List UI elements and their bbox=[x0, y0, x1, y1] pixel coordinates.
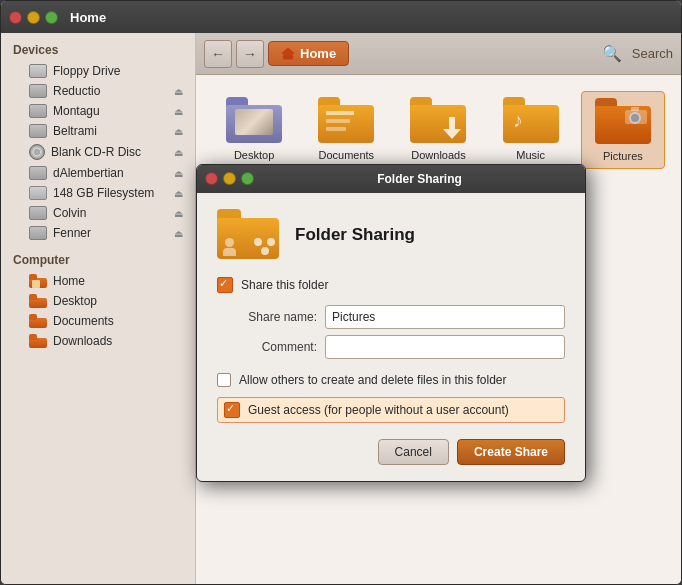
share-this-folder-row: Share this folder bbox=[217, 277, 565, 293]
guest-access-checkbox[interactable] bbox=[224, 402, 240, 418]
create-share-button[interactable]: Create Share bbox=[457, 439, 565, 465]
share-this-folder-label: Share this folder bbox=[241, 278, 328, 292]
share-this-folder-checkbox[interactable] bbox=[217, 277, 233, 293]
dialog-minimize-button[interactable] bbox=[223, 172, 236, 185]
dialog-window-controls bbox=[205, 172, 254, 185]
main-window: Home Devices Floppy Drive Reductio ⏏ Mon… bbox=[0, 0, 682, 585]
share-name-input[interactable] bbox=[325, 305, 565, 329]
allow-others-label: Allow others to create and delete files … bbox=[239, 373, 506, 387]
allow-others-row: Allow others to create and delete files … bbox=[217, 371, 565, 389]
dialog-body: Folder Sharing Share this folder Share n… bbox=[197, 193, 585, 481]
dialog-buttons: Cancel Create Share bbox=[217, 439, 565, 465]
dialog-title: Folder Sharing bbox=[262, 172, 577, 186]
comment-label: Comment: bbox=[217, 340, 317, 354]
share-name-label: Share name: bbox=[217, 310, 317, 324]
dialog-heading: Folder Sharing bbox=[295, 225, 415, 245]
comment-input[interactable] bbox=[325, 335, 565, 359]
allow-others-checkbox[interactable] bbox=[217, 373, 231, 387]
dialog-close-button[interactable] bbox=[205, 172, 218, 185]
dialog-maximize-button[interactable] bbox=[241, 172, 254, 185]
guest-access-row: Guest access (for people without a user … bbox=[217, 397, 565, 423]
dialog-overlay: Folder Sharing bbox=[1, 1, 681, 584]
folder-sharing-dialog: Folder Sharing bbox=[196, 164, 586, 482]
cancel-button[interactable]: Cancel bbox=[378, 439, 449, 465]
dialog-folder-icon bbox=[217, 209, 279, 261]
form-grid: Share name: Comment: bbox=[217, 305, 565, 359]
dialog-titlebar: Folder Sharing bbox=[197, 165, 585, 193]
dialog-header: Folder Sharing bbox=[217, 209, 565, 261]
guest-access-label: Guest access (for people without a user … bbox=[248, 403, 509, 417]
